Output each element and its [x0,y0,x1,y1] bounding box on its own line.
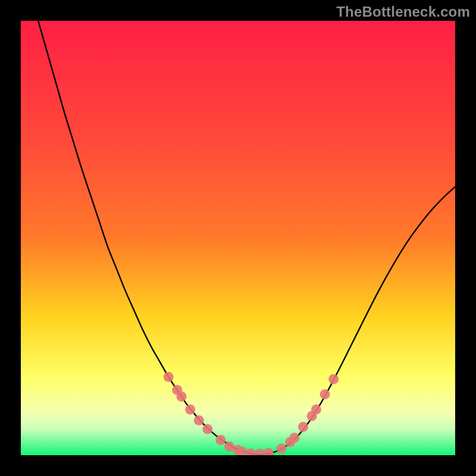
curve-marker [164,372,174,382]
curve-marker [311,405,321,415]
watermark-text: TheBottleneck.com [336,4,470,20]
curve-marker [177,392,187,402]
curve-marker [277,444,287,454]
curve-marker [328,374,339,384]
chart-svg [21,21,455,455]
curve-marker [289,433,299,443]
curve-marker [320,389,330,399]
chart-background [21,21,455,455]
curve-marker [185,405,195,415]
curve-marker [298,422,308,432]
curve-marker [224,441,234,452]
curve-marker [215,435,226,445]
curve-marker [194,415,204,425]
curve-marker [202,424,212,434]
chart-plot-area [21,21,455,455]
